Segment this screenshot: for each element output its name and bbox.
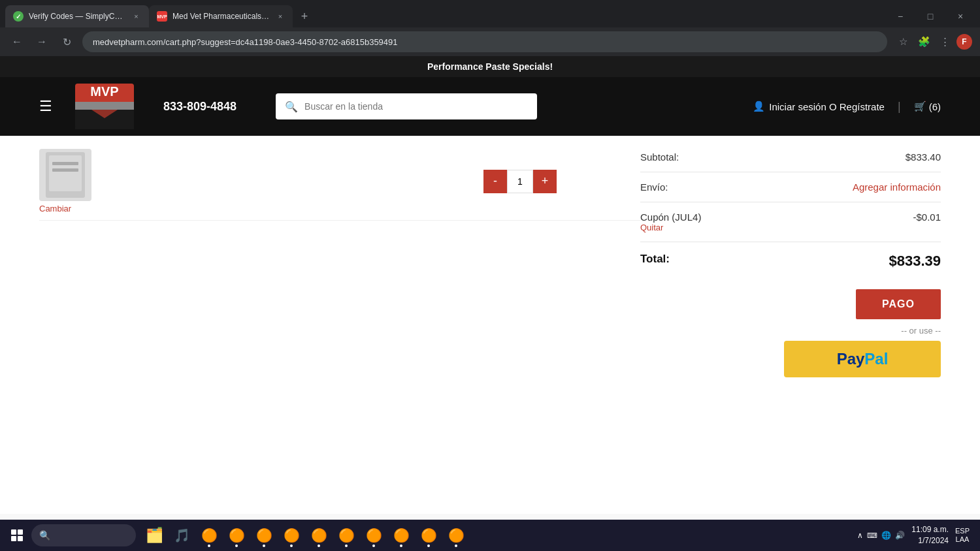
taskbar-keyboard-icon: ⌨ [867,531,877,540]
site-header: ☰ MVP 833-809-4848 🔍 [0,77,980,136]
minimize-button[interactable]: − [886,7,915,26]
user-avatar[interactable]: F [956,34,972,50]
cart-count: (6) [929,101,941,112]
taskbar-locale-region: LAA [955,535,970,544]
taskbar-app-chrome9[interactable]: 🟠 [416,522,442,548]
svg-rect-3 [75,102,134,110]
taskbar-date-value: 1/7/2024 [911,535,949,546]
taskbar-time-value: 11:09 a.m. [911,524,949,535]
bookmark-button[interactable]: ☆ [894,33,912,51]
taskbar-app-chrome6[interactable]: 🟠 [333,522,359,548]
taskbar-app-spotify[interactable]: 🎵 [169,522,195,548]
product-image [39,149,91,201]
paypal-button[interactable]: PayPal [784,341,941,377]
header-right: 👤 Iniciar sesión O Regístrate | 🛒 (6) [753,100,941,114]
total-row: Total: $833.39 [640,242,941,279]
taskbar-locale-lang: ESP [955,527,970,535]
taskbar-apps: 🗂️ 🎵 🟠 🟠 🟠 🟠 🟠 🟠 🟠 🟠 🟠 🟠 [141,522,469,548]
extensions-button[interactable]: 🧩 [915,33,933,51]
coupon-row: Cupón (JUL4) Quitar -$0.01 [640,202,941,242]
subtotal-label: Subtotal: [640,151,679,163]
tab-favicon-1: ✓ [13,11,24,22]
logo-container[interactable]: MVP [72,80,137,133]
login-label: Iniciar sesión O Regístrate [769,101,885,112]
svg-rect-5 [75,126,134,129]
refresh-button[interactable]: ↻ [57,33,76,51]
taskbar-search[interactable]: 🔍 [31,524,136,546]
taskbar-up-arrow[interactable]: ∧ [857,531,863,540]
svg-rect-10 [52,162,78,165]
site-wrapper: Performance Paste Specials! ☰ MVP [0,56,980,551]
search-input[interactable] [276,93,537,119]
pago-button[interactable]: PAGO [856,289,941,319]
tab-close-1[interactable]: × [131,11,141,22]
product-svg [39,149,91,201]
shipping-row: Envío: Agregar información [640,172,941,202]
taskbar-locale: ESP LAA [955,527,970,544]
taskbar-app-chrome10[interactable]: 🟠 [443,522,469,548]
content-layout: Cambiar - + Subtotal: $833.40 [39,136,941,384]
coupon-value: -$0.01 [913,212,941,232]
taskbar-app-chrome3[interactable]: 🟠 [251,522,277,548]
taskbar-volume-icon[interactable]: 🔊 [895,531,905,540]
coupon-remove-link[interactable]: Quitar [640,223,701,232]
taskbar-app-chrome7[interactable]: 🟠 [361,522,387,548]
search-icon: 🔍 [285,101,298,113]
new-tab-button[interactable]: + [295,7,314,25]
tab-verify-codes[interactable]: ✓ Verify Codes — SimplyCodes × [5,5,149,27]
shipping-label: Envío: [640,181,668,193]
quantity-increase-button[interactable]: + [533,170,557,193]
tab-close-2[interactable]: × [276,11,285,22]
more-button[interactable]: ⋮ [936,33,954,51]
order-summary: Subtotal: $833.40 Envío: Agregar informa… [640,142,941,377]
coupon-label: Cupón (JUL4) [640,212,701,223]
taskbar-app-chrome4[interactable]: 🟠 [278,522,304,548]
header-divider: | [898,100,901,114]
browser-actions: ☆ 🧩 ⋮ F [894,33,972,51]
announcement-bar: Performance Paste Specials! [0,56,980,77]
close-button[interactable]: × [946,7,975,26]
address-input[interactable] [82,31,887,52]
cart-bag-icon: 🛒 [914,101,926,112]
address-bar-row: ← → ↻ ☆ 🧩 ⋮ F [0,27,980,56]
search-bar: 🔍 [276,93,537,119]
cambiar-link[interactable]: Cambiar [39,204,91,213]
window-controls: − □ × [886,7,975,26]
browser-chrome: ✓ Verify Codes — SimplyCodes × MVP Med V… [0,0,980,56]
phone-number: 833-809-4848 [163,100,237,114]
svg-rect-11 [52,168,78,172]
or-use-text: -- or use -- [640,326,941,336]
start-button[interactable] [5,524,29,547]
quantity-decrease-button[interactable]: - [483,170,507,193]
forward-button[interactable]: → [33,33,51,51]
coupon-info: Cupón (JUL4) Quitar [640,212,701,232]
taskbar-app-chrome2[interactable]: 🟠 [223,522,250,548]
taskbar: 🔍 🗂️ 🎵 🟠 🟠 🟠 🟠 🟠 🟠 🟠 🟠 🟠 🟠 ∧ ⌨ 🌐 🔊 11:09… [0,520,980,551]
cart-icon[interactable]: 🛒 (6) [914,101,941,112]
taskbar-app-chrome5[interactable]: 🟠 [306,522,332,548]
tab-favicon-2: MVP [157,11,167,22]
main-content: Cambiar - + Subtotal: $833.40 [0,136,980,507]
maximize-button[interactable]: □ [916,7,945,26]
svg-rect-9 [49,155,82,191]
svg-rect-2 [75,99,134,102]
quantity-input[interactable] [507,170,533,193]
quantity-controls: - + [483,170,557,193]
add-shipping-info-link[interactable]: Agregar información [853,181,941,193]
tab-title-2: Med Vet Pharmaceuticals - Sho [172,12,270,21]
announcement-text: Performance Paste Specials! [427,61,553,72]
cart-item-row: Cambiar - + [39,142,640,221]
taskbar-app-chrome8[interactable]: 🟠 [388,522,414,548]
hamburger-menu[interactable]: ☰ [39,98,52,115]
taskbar-app-fileexplorer[interactable]: 🗂️ [141,522,167,548]
mvp-logo: MVP [72,80,137,133]
taskbar-network-icon[interactable]: 🌐 [881,531,891,540]
tab-bar: ✓ Verify Codes — SimplyCodes × MVP Med V… [0,0,980,27]
taskbar-clock[interactable]: 11:09 a.m. 1/7/2024 [911,524,949,546]
back-button[interactable]: ← [8,33,26,51]
tab-med-vet[interactable]: MVP Med Vet Pharmaceuticals - Sho × [149,5,293,27]
login-link[interactable]: 👤 Iniciar sesión O Regístrate [753,101,885,112]
svg-text:MVP: MVP [90,84,118,99]
subtotal-value: $833.40 [906,151,941,163]
taskbar-app-chrome1[interactable]: 🟠 [196,522,222,548]
